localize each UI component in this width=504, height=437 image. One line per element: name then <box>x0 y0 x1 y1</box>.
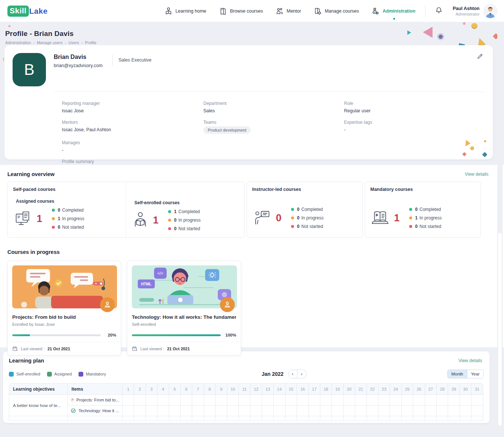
day-cell <box>134 405 146 416</box>
breadcrumb-manage-users[interactable]: Manage users <box>37 40 63 45</box>
notifications-button[interactable] <box>434 6 443 16</box>
profile-section: Profile - Brian Davis Administration› Ma… <box>0 22 504 165</box>
learning-plan-view-details[interactable]: View details <box>458 358 482 363</box>
field-manages: Manages - <box>62 140 203 153</box>
course-divider <box>127 342 241 342</box>
user-name: Paul Ashton <box>453 6 480 11</box>
field-profile-summary: Profile summary <box>62 159 203 164</box>
legend-assigned: Assigned <box>47 372 72 377</box>
nav-learning-home[interactable]: Learning home <box>164 5 206 17</box>
breadcrumb-separator: › <box>81 40 83 45</box>
learning-overview-view-details[interactable]: View details <box>465 172 488 177</box>
profile-initial-avatar: B <box>13 53 46 86</box>
confetti-dot-pink <box>9 25 10 27</box>
day-header-9: 9 <box>216 384 227 395</box>
plan-row-item-2: Technology: How it ... <box>9 405 483 416</box>
nav-mentor[interactable]: Mentor <box>276 5 301 17</box>
stat-in-progress: 0In progress <box>168 218 201 223</box>
course-card-projects[interactable]: Projects: From bid to build Enrolled by … <box>7 261 121 355</box>
course-image: </> HTML <box>132 265 236 308</box>
mandatory-courses-stats: 0Completed 1In progress 0Not started <box>409 207 442 229</box>
day-cell <box>146 395 157 405</box>
year-toggle-button[interactable]: Year <box>467 370 483 378</box>
day-header-22: 22 <box>367 384 378 395</box>
day-header-6: 6 <box>181 384 192 395</box>
nav-label: Mentor <box>287 9 301 14</box>
nav-manage-courses[interactable]: Manage courses <box>314 5 359 17</box>
month-toggle-button[interactable]: Month <box>448 370 467 378</box>
day-cell <box>436 416 448 421</box>
last-viewed: Last viewed : 21 Oct 2021 <box>12 346 116 351</box>
profile-divider <box>54 92 485 92</box>
day-cell <box>320 395 331 405</box>
day-cell <box>390 395 401 405</box>
day-header-14: 14 <box>274 384 285 395</box>
day-cell <box>343 395 355 405</box>
stat-not-started: 0Not started <box>52 225 84 230</box>
calendar-icon <box>12 346 18 351</box>
page-scrollbar-track[interactable] <box>497 22 503 437</box>
breadcrumb-separator: › <box>65 40 66 45</box>
plan-item-label: Projects: From bid to... <box>76 398 119 402</box>
course-progress: 20% <box>12 333 116 337</box>
day-cell <box>146 405 157 416</box>
nav-divider <box>425 5 425 17</box>
day-cell <box>308 405 320 416</box>
day-header-17: 17 <box>308 384 320 395</box>
stat-completed: 1Completed <box>168 209 201 214</box>
assigned-courses-icon <box>14 210 31 227</box>
day-header-19: 19 <box>332 384 343 395</box>
in-progress-dot <box>409 216 412 219</box>
nav-browse-courses[interactable]: Browse courses <box>219 5 263 17</box>
self-paced-badge-icon <box>220 297 235 312</box>
previous-period-button[interactable]: ‹ <box>288 370 297 378</box>
day-cell <box>343 405 355 416</box>
day-cell <box>378 416 390 421</box>
last-viewed-label: Last viewed : <box>140 347 164 351</box>
day-header-10: 10 <box>227 384 238 395</box>
field-role: Role Regular user <box>344 101 485 113</box>
bell-icon <box>434 6 443 15</box>
user-avatar[interactable] <box>483 4 497 18</box>
profile-card: B Brian Davis brian@xyzadvisory.com Sale… <box>4 45 493 159</box>
progress-label: 100% <box>224 333 236 337</box>
skilllake-logo[interactable]: Skill Lake <box>7 6 48 17</box>
day-cell <box>169 416 180 421</box>
course-title: Projects: From bid to build <box>12 314 116 320</box>
course-card-technology[interactable]: </> HTML <box>127 261 241 355</box>
day-cell <box>332 405 343 416</box>
breadcrumb-administration[interactable]: Administration <box>5 40 31 45</box>
next-period-button[interactable]: › <box>297 370 307 378</box>
day-cell <box>378 405 390 416</box>
user-menu[interactable]: Paul Ashton Administrator <box>453 4 497 18</box>
svg-text:</>: </> <box>157 271 163 275</box>
calendar-icon <box>132 346 137 351</box>
day-cell <box>436 395 448 405</box>
day-cell <box>169 395 180 405</box>
page-scrollbar-thumb[interactable] <box>498 232 502 426</box>
course-progress: 100% <box>132 333 236 337</box>
self-paced-courses-card: Self-paced courses Assigned courses 1 0C… <box>7 182 244 238</box>
day-cell <box>448 395 460 405</box>
self-paced-badge-icon <box>100 297 115 312</box>
in-progress-dot <box>52 217 55 220</box>
day-cell <box>123 405 134 416</box>
in-progress-clock-icon <box>71 397 74 403</box>
day-cell <box>227 395 238 405</box>
confetti-ring-yellow <box>471 23 477 29</box>
day-cell <box>216 405 227 416</box>
edit-profile-button[interactable] <box>477 53 483 61</box>
breadcrumb: Administration› Manage users› Users› Pro… <box>5 40 504 45</box>
top-navigation: Skill Lake Learning home Browse courses … <box>0 0 504 22</box>
nav-administration[interactable]: Administration <box>371 5 415 17</box>
day-cell <box>413 395 425 405</box>
profile-fields: Reporting manager Issac Jose Department … <box>62 101 485 171</box>
breadcrumb-users[interactable]: Users <box>69 40 79 45</box>
items-column-header: Items <box>68 384 123 395</box>
plan-header-row: Learning objectives Items 12345678910111… <box>9 384 483 395</box>
stat-in-progress: 1In progress <box>52 216 84 221</box>
last-viewed: Last viewed : 21 Oct 2021 <box>132 346 236 351</box>
day-header-26: 26 <box>413 384 425 395</box>
day-cell <box>390 416 401 421</box>
day-cell <box>285 405 297 416</box>
